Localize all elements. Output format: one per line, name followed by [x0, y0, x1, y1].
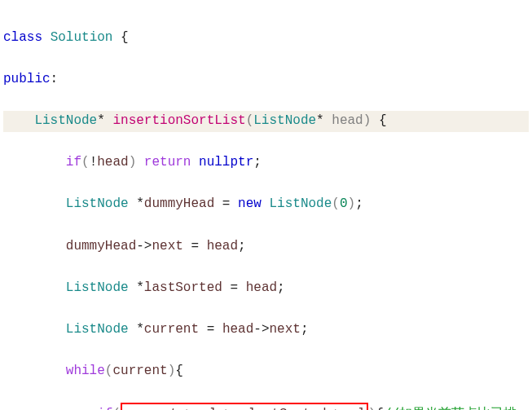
code-line: ListNode *current = head->next;: [3, 320, 529, 341]
paren: (: [105, 364, 113, 378]
type: ListNode: [253, 113, 316, 128]
var: dummyHead: [66, 239, 136, 253]
op: =: [199, 322, 222, 337]
punct: *: [316, 113, 332, 128]
type: ListNode: [66, 280, 136, 295]
keyword: if: [66, 155, 81, 170]
number: 0: [340, 196, 348, 211]
op: =: [214, 196, 238, 211]
punct: ;: [355, 196, 363, 211]
member: next: [152, 239, 182, 253]
keyword: return: [144, 155, 191, 170]
op: =: [222, 280, 246, 295]
code-line: ListNode *lastSorted = head;: [3, 278, 529, 299]
type: ListNode: [34, 113, 97, 128]
brace: {: [371, 113, 386, 128]
paren: ): [129, 155, 144, 170]
var: head: [97, 155, 128, 170]
keyword: public: [3, 72, 51, 86]
var: dummyHead: [144, 196, 214, 211]
param: head: [332, 113, 363, 128]
paren: (: [246, 113, 254, 128]
member: next: [269, 322, 300, 337]
paren: (: [112, 407, 121, 410]
punct: *: [136, 322, 144, 337]
var: current: [144, 322, 199, 337]
highlight-box-1: current->val >= lastSorted->val: [121, 403, 368, 410]
paren: (: [332, 196, 340, 211]
keyword: while: [66, 364, 105, 378]
code-line: public:: [3, 69, 529, 90]
paren: ): [368, 407, 376, 410]
op: ->: [253, 322, 269, 337]
paren: ): [363, 113, 372, 128]
punct: ;: [301, 322, 309, 337]
paren: ): [348, 196, 356, 211]
op: =: [183, 239, 207, 253]
keyword: if: [97, 407, 112, 410]
brace: {: [175, 364, 183, 378]
var: current: [112, 364, 167, 378]
var: head: [207, 239, 238, 253]
condition: current->val >= lastSorted->val: [123, 407, 366, 410]
type: ListNode: [66, 322, 136, 337]
code-line: while(current){: [3, 361, 529, 382]
var: head: [222, 322, 253, 337]
op: ->: [136, 239, 152, 253]
code-line: if(current->val >= lastSorted->val){//如果…: [3, 403, 529, 410]
keyword: class: [3, 30, 42, 45]
brace: {: [376, 407, 384, 410]
punct: ;: [238, 239, 246, 253]
punct: *: [136, 280, 144, 295]
op: !: [90, 155, 98, 170]
punct: ;: [277, 280, 285, 295]
brace: {: [112, 30, 128, 45]
paren: ): [168, 364, 176, 378]
class-name: Solution: [51, 30, 113, 45]
code-line: class Solution {: [3, 28, 529, 49]
code-line: ListNode* insertionSortList(ListNode* he…: [3, 111, 529, 132]
type: ListNode: [66, 196, 136, 211]
keyword: nullptr: [191, 155, 253, 170]
code-line: dummyHead->next = head;: [3, 236, 529, 258]
function-name: insertionSortList: [112, 113, 245, 128]
punct: :: [51, 72, 59, 86]
paren: (: [81, 155, 90, 170]
keyword: new: [238, 196, 262, 211]
punct: ;: [253, 155, 262, 170]
code-line: ListNode *dummyHead = new ListNode(0);: [3, 194, 529, 215]
var: head: [246, 280, 277, 295]
comment: //如果当前节点比已排: [384, 407, 517, 410]
type: ListNode: [262, 196, 332, 211]
punct: *: [136, 196, 144, 211]
punct: *: [97, 113, 112, 128]
var: lastSorted: [144, 280, 222, 295]
code-editor: class Solution { public: ListNode* inser…: [0, 0, 532, 410]
code-line: if(!head) return nullptr;: [3, 152, 529, 174]
